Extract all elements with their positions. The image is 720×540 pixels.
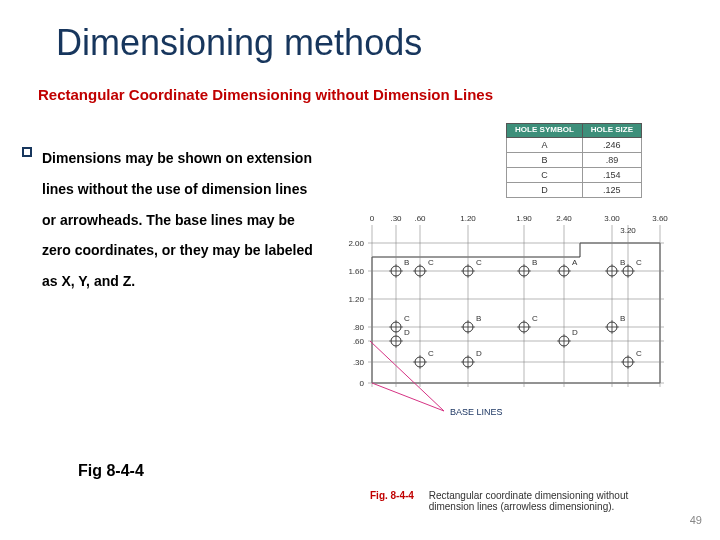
svg-text:C: C <box>476 258 482 267</box>
svg-text:D: D <box>476 349 482 358</box>
section-heading: Rectangular Coordinate Dimensioning with… <box>0 64 720 103</box>
cell: D <box>507 182 583 197</box>
svg-line-97 <box>372 383 444 411</box>
cell: C <box>507 167 583 182</box>
svg-text:1.90: 1.90 <box>516 214 532 223</box>
svg-text:D: D <box>404 328 410 337</box>
svg-text:0: 0 <box>360 379 365 388</box>
svg-text:B: B <box>532 258 537 267</box>
caption-number: Fig. 8-4-4 <box>370 490 414 501</box>
bullet-text: Dimensions may be shown on extension lin… <box>42 143 322 297</box>
svg-text:.30: .30 <box>353 358 365 367</box>
table-row: A.246 <box>507 137 642 152</box>
svg-text:0: 0 <box>370 214 375 223</box>
figure-reference: Fig 8-4-4 <box>78 462 144 480</box>
cell: .154 <box>582 167 641 182</box>
svg-text:D: D <box>572 328 578 337</box>
bullet-item: Dimensions may be shown on extension lin… <box>22 143 322 297</box>
cell: .246 <box>582 137 641 152</box>
svg-text:C: C <box>428 349 434 358</box>
cell: .125 <box>582 182 641 197</box>
svg-text:.80: .80 <box>353 323 365 332</box>
svg-text:1.20: 1.20 <box>348 295 364 304</box>
hole-size-table: HOLE SYMBOL HOLE SIZE A.246 B.89 C.154 D… <box>506 123 642 198</box>
svg-text:C: C <box>636 349 642 358</box>
coordinate-drawing: 0.30.601.201.902.403.003.203.600.30.60.8… <box>332 213 702 423</box>
hole-size-header: HOLE SIZE <box>582 124 641 138</box>
caption-line-2: dimension lines (arrowless dimensioning)… <box>429 501 615 512</box>
svg-text:2.40: 2.40 <box>556 214 572 223</box>
svg-text:C: C <box>532 314 538 323</box>
svg-text:3.60: 3.60 <box>652 214 668 223</box>
cell: B <box>507 152 583 167</box>
svg-text:1.60: 1.60 <box>348 267 364 276</box>
table-row: B.89 <box>507 152 642 167</box>
svg-text:C: C <box>428 258 434 267</box>
svg-text:.30: .30 <box>390 214 402 223</box>
hole-symbol-header: HOLE SYMBOL <box>507 124 583 138</box>
svg-text:B: B <box>404 258 409 267</box>
page-number: 49 <box>690 514 702 526</box>
svg-text:B: B <box>620 258 625 267</box>
svg-text:2.00: 2.00 <box>348 239 364 248</box>
svg-text:BASE LINES: BASE LINES <box>450 407 503 417</box>
figure-caption: Fig. 8-4-4 Rectangular coordinate dimens… <box>370 490 628 512</box>
table-row: C.154 <box>507 167 642 182</box>
bullet-marker-icon <box>22 147 32 157</box>
table-row: D.125 <box>507 182 642 197</box>
svg-text:C: C <box>636 258 642 267</box>
svg-text:.60: .60 <box>353 337 365 346</box>
slide-body: Dimensions may be shown on extension lin… <box>0 103 720 297</box>
svg-text:B: B <box>620 314 625 323</box>
figure-column: HOLE SYMBOL HOLE SIZE A.246 B.89 C.154 D… <box>332 143 702 297</box>
svg-text:C: C <box>404 314 410 323</box>
svg-text:A: A <box>572 258 578 267</box>
caption-line-1: Rectangular coordinate dimensioning with… <box>429 490 629 501</box>
svg-text:1.20: 1.20 <box>460 214 476 223</box>
svg-text:3.00: 3.00 <box>604 214 620 223</box>
svg-text:.60: .60 <box>414 214 426 223</box>
slide-title: Dimensioning methods <box>0 0 720 64</box>
cell: A <box>507 137 583 152</box>
bullet-column: Dimensions may be shown on extension lin… <box>22 143 332 297</box>
cell: .89 <box>582 152 641 167</box>
svg-text:B: B <box>476 314 481 323</box>
svg-text:3.20: 3.20 <box>620 226 636 235</box>
